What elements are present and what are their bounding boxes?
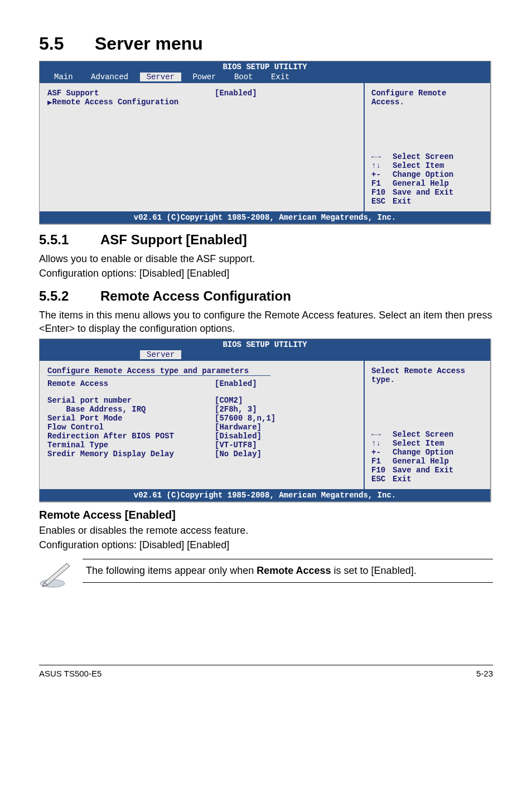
section-title: Server menu — [95, 33, 203, 54]
subsection-title: ASF Support [Enabled] — [100, 232, 247, 247]
setting-value: [Enabled] — [215, 379, 257, 388]
bios-tab-bar: Server — [40, 350, 490, 361]
submenu-label: Remote Access Configuration — [52, 98, 178, 107]
legend-label: Change Option — [393, 170, 453, 179]
section-number: 5.5 — [39, 33, 95, 54]
body-text: Configuration options: [Disabled] [Enabl… — [39, 267, 493, 280]
bios-copyright: v02.61 (C)Copyright 1985-2008, American … — [40, 489, 490, 501]
legend-key: ↑↓ — [371, 161, 393, 170]
legend-label: General Help — [393, 457, 449, 466]
legend-label: Save and Exit — [393, 466, 453, 475]
subsection-heading: 5.5.1ASF Support [Enabled] — [39, 232, 493, 248]
legend-key: ←→ — [371, 430, 393, 439]
legend-key: ESC — [371, 197, 393, 206]
bios-key-legend: ←→Select Screen ↑↓Select Item +-Change O… — [371, 430, 483, 484]
divider — [47, 375, 270, 376]
bios-key-legend: ←→Select Screen ↑↓Select Item +-Change O… — [371, 152, 483, 206]
note-text: The following items appear only when Rem… — [83, 559, 493, 583]
pencil-note-icon — [39, 559, 78, 587]
spacer — [47, 388, 356, 396]
legend-label: General Help — [393, 179, 449, 188]
setting-value: [Disabled] — [215, 432, 262, 441]
setting-value: [Enabled] — [215, 89, 257, 98]
legend-key: F10 — [371, 466, 393, 475]
body-text: Configuration options: [Disabled] [Enabl… — [39, 538, 493, 552]
setting-label: Terminal Type — [47, 441, 215, 450]
setting-flow-control[interactable]: Flow Control[Hardware] — [47, 423, 356, 432]
legend-key: F1 — [371, 179, 393, 188]
tab-server[interactable]: Server — [140, 73, 181, 81]
submenu-remote-access-config[interactable]: Remote Access Configuration — [47, 98, 356, 107]
tab-main[interactable]: Main — [47, 73, 80, 81]
legend-label: Select Screen — [393, 152, 453, 161]
subsection-heading: 5.5.2Remote Access Configuration — [39, 288, 493, 304]
legend-label: Exit — [393, 475, 412, 484]
legend-label: Exit — [393, 197, 412, 206]
footer-page-number: 5-23 — [476, 669, 493, 678]
note-text-bold: Remote Access — [257, 565, 331, 576]
setting-value: [2F8h, 3] — [215, 405, 257, 414]
setting-base-address-irq: Base Address, IRQ[2F8h, 3] — [47, 405, 356, 414]
legend-label: Select Item — [393, 161, 444, 170]
bios-tab-bar: Main Advanced Server Power Boot Exit — [40, 73, 490, 83]
note-text-part: is set to [Enabled]. — [331, 565, 417, 576]
note-text-part: The following items appear only when — [86, 565, 257, 576]
bios-body: Configure Remote Access type and paramet… — [40, 361, 490, 489]
bios-panel-server-menu: BIOS SETUP UTILITY Main Advanced Server … — [39, 61, 491, 224]
setting-label: Serial port number — [47, 396, 215, 405]
bios-left-pane: ASF Support [Enabled] Remote Access Conf… — [40, 83, 365, 211]
setting-asf-support[interactable]: ASF Support [Enabled] — [47, 89, 356, 98]
tab-boot[interactable]: Boot — [228, 73, 260, 81]
legend-label: Save and Exit — [393, 188, 453, 197]
bios-help-description: Select Remote Access type. — [371, 366, 483, 384]
bios-title: BIOS SETUP UTILITY — [40, 61, 490, 73]
legend-label: Change Option — [393, 448, 453, 457]
subsection-number: 5.5.1 — [39, 232, 100, 248]
setting-label: Redirection After BIOS POST — [47, 432, 215, 441]
tab-power[interactable]: Power — [186, 73, 223, 81]
bios-copyright: v02.61 (C)Copyright 1985-2008, American … — [40, 211, 490, 224]
setting-label: Remote Access — [47, 379, 215, 388]
legend-label: Select Item — [393, 439, 444, 448]
tab-exit[interactable]: Exit — [264, 73, 297, 81]
bios-body: ASF Support [Enabled] Remote Access Conf… — [40, 83, 490, 211]
legend-key: ESC — [371, 475, 393, 484]
setting-value: [No Delay] — [215, 450, 262, 458]
legend-key: ↑↓ — [371, 439, 393, 448]
setting-serial-port-mode[interactable]: Serial Port Mode[57600 8,n,1] — [47, 414, 356, 423]
setting-value: [Hardware] — [215, 423, 262, 432]
bios-panel-remote-access: BIOS SETUP UTILITY Server Configure Remo… — [39, 339, 491, 502]
setting-value: [COM2] — [215, 396, 243, 405]
setting-label: Base Address, IRQ — [47, 405, 215, 414]
setting-terminal-type[interactable]: Terminal Type[VT-UTF8] — [47, 441, 356, 450]
note-callout: The following items appear only when Rem… — [39, 559, 493, 587]
legend-key: +- — [371, 170, 393, 179]
body-text: Allows you to enable or disable the ASF … — [39, 252, 493, 265]
setting-heading: Remote Access [Enabled] — [39, 509, 493, 521]
tab-server[interactable]: Server — [140, 350, 181, 359]
setting-label: ASF Support — [47, 89, 215, 98]
setting-label: Serial Port Mode — [47, 414, 215, 423]
setting-value: [VT-UTF8] — [215, 441, 257, 450]
setting-value: [57600 8,n,1] — [215, 414, 275, 423]
legend-key: F10 — [371, 188, 393, 197]
setting-redirection-after-bios-post[interactable]: Redirection After BIOS POST[Disabled] — [47, 432, 356, 441]
body-text: The items in this menu allows you to con… — [39, 308, 493, 336]
setting-label: Sredir Memory Display Delay — [47, 450, 215, 458]
legend-label: Select Screen — [393, 430, 453, 439]
bios-help-pane: Select Remote Access type. ←→Select Scre… — [365, 361, 490, 489]
setting-remote-access[interactable]: Remote Access[Enabled] — [47, 379, 356, 388]
setting-sredir-memory-display-delay[interactable]: Sredir Memory Display Delay[No Delay] — [47, 450, 356, 458]
body-text: Enables or disables the remote access fe… — [39, 524, 493, 537]
tab-advanced[interactable]: Advanced — [84, 73, 135, 81]
legend-key: ←→ — [371, 152, 393, 161]
setting-serial-port-number[interactable]: Serial port number[COM2] — [47, 396, 356, 405]
bios-left-pane: Configure Remote Access type and paramet… — [40, 361, 365, 489]
bios-help-description: Configure Remote Access. — [371, 89, 483, 107]
bios-help-pane: Configure Remote Access. ←→Select Screen… — [365, 83, 490, 211]
bios-title: BIOS SETUP UTILITY — [40, 339, 490, 350]
bios-section-title: Configure Remote Access type and paramet… — [47, 366, 356, 375]
section-heading: 5.5Server menu — [39, 33, 493, 54]
page-footer: ASUS TS500-E5 5-23 — [39, 665, 493, 678]
subsection-title: Remote Access Configuration — [100, 288, 291, 303]
